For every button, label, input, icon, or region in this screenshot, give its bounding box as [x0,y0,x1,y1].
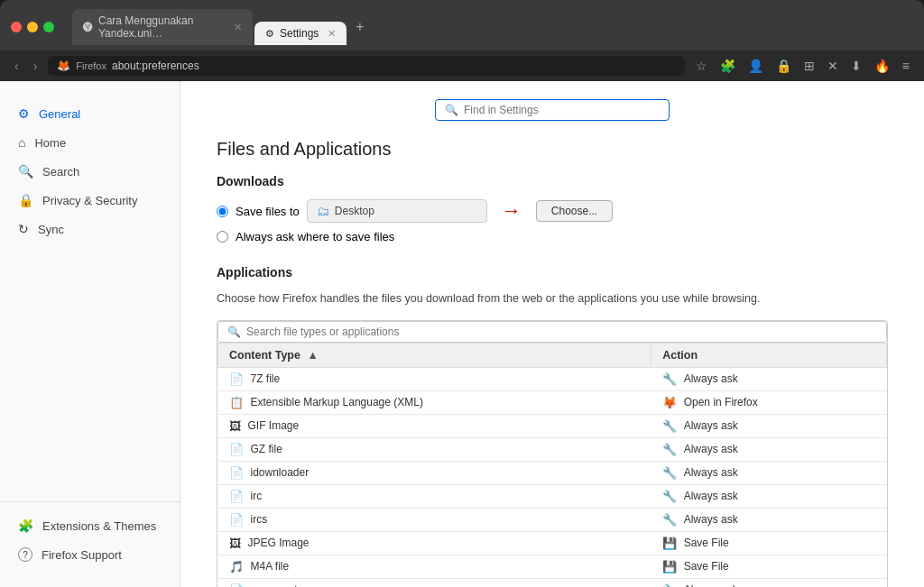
action-icon: 🔧 [662,583,677,587]
sidebar-item-support-label: Firefox Support [42,548,122,562]
browser-chrome: 🅨 Cara Menggunakan Yandex.uni… ✕ ⚙ Setti… [0,0,924,81]
file-type-icon: 📄 [229,372,244,386]
table-row[interactable]: 📄 7Z file 🔧 Always ask [218,367,887,390]
table-row[interactable]: 📄 macappstores 🔧 Always ask [218,578,887,587]
save-files-label: Save files to [236,205,300,218]
choose-button[interactable]: Choose... [536,200,613,222]
save-files-radio[interactable] [217,206,228,217]
sidebar-nav: ⚙ General ⌂ Home 🔍 Search 🔒 Privacy & Se… [0,99,180,492]
address-url: about:preferences [112,60,199,72]
action-icon: 💾 [662,537,677,550]
file-type-icon: 📄 [229,466,244,480]
file-type-label: irc [251,490,263,502]
action-cell: 🦊 Open in Firefox [651,390,887,414]
always-ask-label: Always ask where to save files [236,230,394,243]
table-row[interactable]: 📄 GZ file 🔧 Always ask [218,437,887,461]
close-button[interactable] [11,22,22,32]
address-box[interactable]: 🦊 Firefox about:preferences [48,56,684,76]
action-icon: 🔧 [662,513,677,527]
search-apps-icon: 🔍 [227,326,241,338]
minimize-button[interactable] [27,22,38,32]
action-icon: 🔧 [662,419,677,433]
bookmark-icon[interactable]: ☆ [692,57,711,75]
content-type-cell: 📄 irc [218,484,651,508]
action-label: Open in Firefox [684,396,758,408]
table-row[interactable]: 🖼 JPEG Image 💾 Save File [218,531,887,555]
sidebar-item-sync[interactable]: ↻ Sync [4,215,176,243]
content-type-cell: 📄 idownloader [218,461,651,484]
file-type-label: Extensible Markup Language (XML) [251,396,423,408]
tab-settings[interactable]: ⚙ Settings ✕ [254,22,346,45]
find-in-settings-input[interactable] [464,104,660,116]
content-type-cell: 📄 GZ file [218,437,651,461]
find-in-settings-container: 🔍 [217,99,888,121]
action-cell: 🔧 Always ask [651,484,887,508]
apps-table: Content Type ▲ Action 📄 7Z file 🔧 Alway [217,343,887,587]
action-cell: 💾 Save File [651,531,887,555]
privacy-lock-icon: 🔒 [18,193,33,207]
lock-icon[interactable]: 🔒 [772,57,795,75]
back-button[interactable]: ‹ [11,57,23,75]
sidebar-item-privacy[interactable]: 🔒 Privacy & Security [4,186,176,215]
maximize-button[interactable] [43,22,54,32]
table-row[interactable]: 📋 Extensible Markup Language (XML) 🦊 Ope… [218,390,887,414]
applications-title: Applications [217,265,888,280]
find-in-settings-box: 🔍 [435,99,670,121]
action-label: Save File [684,537,729,549]
col-content-type[interactable]: Content Type ▲ [218,343,651,367]
new-tab-button[interactable]: + [348,15,371,39]
action-label: Save File [684,560,729,573]
file-type-label: ircs [251,513,268,526]
account-icon[interactable]: 🧩 [716,57,739,75]
forward-button[interactable]: › [30,57,42,75]
file-type-icon: 📄 [229,443,244,456]
close-x-icon[interactable]: ✕ [824,57,842,75]
tab-yandex[interactable]: 🅨 Cara Menggunakan Yandex.uni… ✕ [72,9,253,45]
file-type-label: GZ file [251,443,282,455]
firefox-icon[interactable]: 🔥 [871,57,893,75]
action-cell: 🔧 Always ask [651,414,887,437]
menu-icon[interactable]: ≡ [899,57,913,75]
apps-table-body: 📄 7Z file 🔧 Always ask 📋 Extensible Mark… [218,367,887,587]
sidebar-item-search[interactable]: 🔍 Search [4,157,176,186]
tab-yandex-close[interactable]: ✕ [234,22,242,33]
table-row[interactable]: 📄 idownloader 🔧 Always ask [218,461,887,484]
sidebar-item-sync-label: Sync [38,223,64,236]
always-ask-radio[interactable] [217,231,228,243]
action-label: Always ask [684,490,738,502]
action-icon: 🔧 [662,372,677,386]
content-type-cell: 📋 Extensible Markup Language (XML) [218,390,651,414]
action-icon: 💾 [662,560,677,573]
tabs-bar: 🅨 Cara Menggunakan Yandex.uni… ✕ ⚙ Setti… [61,9,383,45]
table-row[interactable]: 🎵 M4A file 💾 Save File [218,555,887,578]
action-cell: 🔧 Always ask [651,461,887,484]
file-type-icon: 🖼 [229,537,241,550]
sidebar-item-general[interactable]: ⚙ General [4,99,176,128]
tab-settings-close[interactable]: ✕ [328,28,336,40]
sidebar-item-extensions[interactable]: 🧩 Extensions & Themes [4,511,176,540]
action-icon: 🦊 [662,396,677,409]
folder-icon: 🗂 [317,204,329,218]
file-type-icon: 🖼 [229,419,241,433]
table-row[interactable]: 🖼 GIF Image 🔧 Always ask [218,414,887,437]
grid-icon[interactable]: ⊞ [800,57,818,75]
table-row[interactable]: 📄 ircs 🔧 Always ask [218,508,887,531]
download-icon[interactable]: ⬇ [847,57,865,75]
table-row[interactable]: 📄 irc 🔧 Always ask [218,484,887,508]
file-type-label: GIF Image [248,419,300,432]
tab-settings-label: Settings [280,27,319,40]
page: ⚙ General ⌂ Home 🔍 Search 🔒 Privacy & Se… [0,81,924,587]
action-label: Always ask [684,513,738,526]
sidebar-item-home[interactable]: ⌂ Home [4,128,176,157]
search-apps-input[interactable] [246,326,877,338]
extensions-icon[interactable]: 👤 [744,57,767,75]
col-action[interactable]: Action [651,343,887,367]
sidebar-bottom: 🧩 Extensions & Themes ? Firefox Support [0,501,180,569]
sidebar-item-support[interactable]: ? Firefox Support [4,540,176,569]
action-icon: 🔧 [662,443,677,456]
apps-table-container: 🔍 Content Type ▲ Action [217,320,888,587]
sidebar-item-home-label: Home [34,136,66,150]
addressbar: ‹ › 🦊 Firefox about:preferences ☆ 🧩 👤 🔒 … [0,50,924,81]
tab-settings-favicon: ⚙ [265,28,274,40]
file-type-icon: 🎵 [229,560,244,573]
